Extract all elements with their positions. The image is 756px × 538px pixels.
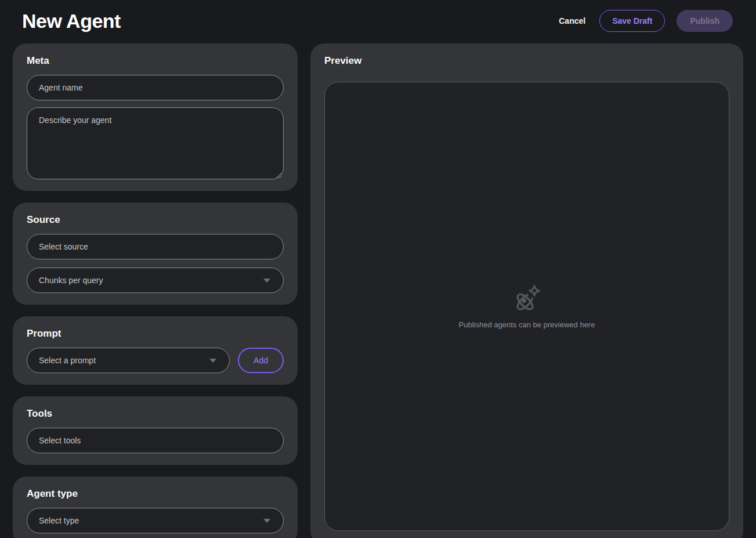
add-prompt-button[interactable]: Add	[238, 348, 284, 373]
tools-select[interactable]: Select tools	[27, 428, 284, 453]
chunks-select-placeholder: Chunks per query	[39, 276, 103, 285]
chevron-down-icon	[263, 519, 270, 523]
prompt-select[interactable]: Select a prompt	[27, 348, 230, 373]
publish-button[interactable]: Publish	[677, 10, 733, 32]
atom-sparkle-icon	[512, 284, 542, 313]
agent-type-select[interactable]: Select type	[27, 508, 284, 533]
chevron-down-icon	[209, 359, 216, 363]
tools-card: Tools Select tools	[13, 396, 298, 465]
chunks-per-query-select[interactable]: Chunks per query	[27, 268, 284, 293]
prompt-select-placeholder: Select a prompt	[39, 356, 96, 365]
agent-description-wrap	[27, 107, 284, 179]
source-select[interactable]: Select source	[27, 234, 284, 259]
preview-card-title: Preview	[324, 55, 729, 67]
meta-card: Meta	[13, 44, 298, 191]
agent-name-input[interactable]	[27, 75, 284, 100]
main-content: Meta Source Select source Chunks per que…	[0, 44, 756, 538]
chevron-down-icon	[263, 279, 270, 283]
form-column: Meta Source Select source Chunks per que…	[13, 44, 298, 538]
tools-select-placeholder: Select tools	[39, 436, 81, 445]
source-card-title: Source	[27, 214, 284, 226]
header-actions: Cancel Save Draft Publish	[556, 10, 733, 32]
agent-type-card: Agent type Select type	[13, 476, 298, 538]
meta-card-title: Meta	[27, 55, 284, 67]
agent-type-card-title: Agent type	[27, 488, 284, 500]
preview-column: Preview Published agents can be previewe…	[310, 44, 743, 538]
preview-empty-text: Published agents can be previewed here	[459, 320, 595, 329]
preview-card: Preview Published agents can be previewe…	[310, 44, 743, 538]
source-select-placeholder: Select source	[39, 242, 88, 251]
source-card: Source Select source Chunks per query	[13, 203, 298, 305]
cancel-button[interactable]: Cancel	[556, 12, 588, 30]
prompt-card-title: Prompt	[27, 328, 284, 340]
agent-type-select-placeholder: Select type	[39, 516, 79, 525]
prompt-row: Select a prompt Add	[27, 348, 284, 373]
agent-description-textarea[interactable]	[27, 107, 284, 179]
page-header: New Agent Cancel Save Draft Publish	[0, 0, 756, 39]
page-title: New Agent	[22, 10, 121, 33]
prompt-card: Prompt Select a prompt Add	[13, 316, 298, 385]
preview-panel: Published agents can be previewed here	[324, 82, 729, 531]
tools-card-title: Tools	[27, 408, 284, 420]
save-draft-button[interactable]: Save Draft	[599, 10, 665, 32]
